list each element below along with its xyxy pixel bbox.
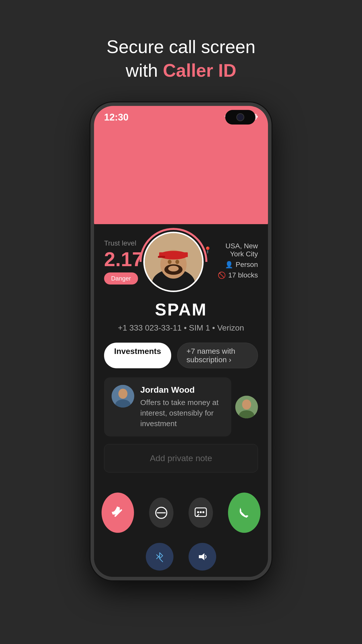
caller-avatar-container [143, 232, 204, 292]
call-actions [94, 493, 268, 580]
block-icon: 🚫 [218, 271, 226, 279]
caller-number: +1 333 023-33-11 • SIM 1 • Verizon [118, 323, 244, 333]
caller-section: Trust level 2.17 Danger [94, 224, 268, 493]
volume-icon [197, 551, 208, 562]
phone-content: Trust level 2.17 Danger [94, 224, 268, 580]
coral-header [94, 129, 268, 224]
svg-point-13 [168, 260, 171, 264]
caller-name: SPAM [155, 300, 207, 319]
status-bar: 12:30 [94, 106, 268, 129]
blocks-text: 17 blocks [228, 271, 258, 279]
comment-avatar [112, 385, 134, 408]
message-icon [194, 506, 208, 520]
trust-label: Trust level [104, 239, 143, 247]
comment-author: Jordan Wood [140, 385, 224, 395]
accept-phone-icon [235, 504, 253, 521]
private-note[interactable]: Add private note [104, 444, 258, 472]
trust-level: Trust level 2.17 Danger [104, 239, 143, 285]
caller-info-row: Trust level 2.17 Danger [104, 232, 258, 292]
comment-content: Jordan Wood Offers to take money at inte… [140, 385, 224, 429]
accept-button[interactable] [228, 493, 260, 533]
svg-point-28 [200, 511, 202, 513]
tags-row: Investments +7 names with subscription › [104, 343, 258, 368]
camera-notch [225, 110, 255, 125]
svg-rect-12 [158, 256, 165, 258]
svg-point-18 [118, 389, 127, 399]
svg-point-14 [175, 260, 179, 264]
svg-point-29 [202, 511, 204, 513]
svg-rect-6 [257, 116, 258, 118]
phone-shell: 12:30 [90, 102, 272, 580]
svg-point-27 [197, 511, 199, 513]
title-line2: with [126, 60, 163, 80]
type-text: Person [236, 261, 258, 269]
comment-card: Jordan Wood Offers to take money at inte… [104, 377, 231, 436]
title-line1: Secure call screen [107, 37, 255, 57]
block-call-icon [154, 506, 168, 520]
status-time: 12:30 [104, 112, 128, 123]
tag-subscription[interactable]: +7 names with subscription › [177, 343, 258, 368]
decline-button[interactable] [102, 493, 134, 533]
side-button [270, 194, 272, 224]
actions-bottom-row [102, 543, 260, 571]
block-button[interactable] [149, 498, 173, 528]
caller-meta: 📍 USA, New York City 👤 Person 🚫 17 block… [204, 242, 258, 282]
svg-point-16 [168, 266, 179, 271]
avatar-svg [145, 233, 202, 291]
comment-row: Jordan Wood Offers to take money at inte… [104, 377, 258, 436]
meta-location: 📍 USA, New York City [204, 242, 258, 258]
svg-point-21 [242, 399, 251, 410]
decline-phone-icon [109, 504, 127, 521]
tag-investments[interactable]: Investments [104, 343, 171, 368]
title-highlight: Caller ID [163, 60, 236, 80]
volume-button[interactable] [189, 543, 216, 571]
trust-value: 2.17 [104, 249, 143, 269]
svg-marker-30 [199, 553, 204, 560]
meta-blocks: 🚫 17 blocks [204, 271, 258, 279]
bluetooth-icon [154, 551, 165, 562]
message-button[interactable] [189, 498, 213, 528]
comment-text: Offers to take money at interest, ostens… [140, 397, 224, 429]
danger-badge: Danger [104, 272, 138, 285]
camera-lens [236, 113, 244, 121]
actions-top-row [102, 493, 260, 533]
meta-type: 👤 Person [204, 261, 258, 269]
caller-avatar [143, 232, 204, 292]
location-text: USA, New York City [214, 242, 258, 258]
person-icon: 👤 [225, 261, 233, 269]
status-icons [224, 113, 258, 121]
bluetooth-button[interactable] [146, 543, 173, 571]
comment-thumb-avatar [235, 396, 258, 418]
page-title: Secure call screen with Caller ID [107, 35, 255, 82]
